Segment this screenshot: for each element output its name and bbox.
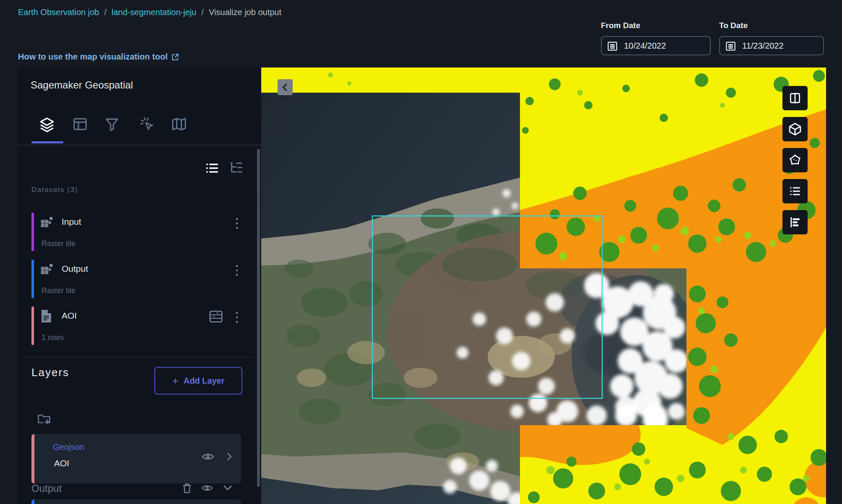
dataset-title: AOI (62, 311, 77, 321)
external-link-icon (171, 53, 179, 61)
kebab-menu-icon[interactable] (231, 216, 243, 231)
add-layer-button[interactable]: + Add Layer (154, 367, 242, 395)
chevron-right-icon[interactable] (224, 452, 234, 462)
tab-layers[interactable] (39, 116, 57, 135)
list-view-icon[interactable] (204, 161, 219, 176)
plus-icon: + (172, 374, 179, 387)
add-folder-icon[interactable] (36, 411, 52, 426)
dataset-title: Output (62, 264, 88, 274)
active-tab-underline (31, 141, 63, 143)
breadcrumb-current: Visualize job output (209, 8, 281, 17)
dataset-subtitle: Raster tile (42, 239, 75, 248)
split-view-button[interactable] (782, 86, 808, 110)
attribute-table-icon[interactable] (209, 310, 223, 323)
dataset-row-input[interactable]: Input Raster tile (18, 212, 261, 254)
layer-card-output-partial[interactable] (31, 499, 241, 504)
panel-title: Sagemaker Geospatial (31, 79, 133, 91)
raster-icon (38, 214, 55, 231)
dataset-row-aoi[interactable]: AOI 1 rows (18, 306, 261, 348)
breadcrumb-separator: / (104, 8, 107, 17)
breadcrumb-link-job-name[interactable]: land-segmentation-jeju (112, 8, 196, 17)
to-date-group: To Date 11/23/2022 (719, 21, 824, 55)
breadcrumb-separator: / (201, 8, 204, 17)
help-link-label: How to use the map visualization tool (18, 52, 168, 62)
sidebar-panel: Sagemaker Geospatial (18, 68, 261, 504)
dataset-accent-bar (31, 260, 34, 298)
calendar-icon (607, 40, 618, 52)
tab-table-panel[interactable] (72, 116, 91, 135)
datasets-heading: Datasets (3) (31, 186, 78, 194)
layer-card-geojson[interactable]: Geojson AOI (31, 434, 241, 483)
layer-name: AOI (54, 458, 69, 468)
eye-icon[interactable] (201, 482, 213, 494)
to-date-label: To Date (719, 21, 824, 30)
collapse-panel-button[interactable] (278, 79, 293, 95)
document-icon (38, 308, 55, 325)
legend-bars-button[interactable] (782, 210, 808, 234)
help-link[interactable]: How to use the map visualization tool (18, 52, 179, 62)
chevron-down-icon[interactable] (222, 482, 234, 494)
map-imagery (261, 68, 826, 504)
dataset-subtitle: Raster tile (42, 286, 75, 295)
dataset-subtitle: 1 rows (42, 333, 64, 342)
trash-icon[interactable] (181, 482, 193, 494)
eye-icon[interactable] (201, 450, 215, 463)
from-date-group: From Date 10/24/2022 (601, 21, 711, 55)
layer-accent-bar (31, 434, 34, 483)
layer-group-output[interactable]: Output (18, 482, 261, 499)
panel-scrollbar[interactable] (257, 149, 260, 487)
raster-icon (38, 261, 55, 278)
tab-bar (18, 109, 261, 145)
section-divider (25, 357, 254, 357)
layer-accent-bar (31, 499, 34, 504)
layers-heading: Layers (31, 366, 69, 379)
to-date-input[interactable]: 11/23/2022 (719, 36, 824, 55)
legend-list-button[interactable] (782, 179, 808, 203)
kebab-menu-icon[interactable] (231, 310, 243, 325)
dataset-accent-bar (31, 213, 34, 251)
breadcrumb-link-job[interactable]: Earth Observation job (18, 8, 99, 17)
from-date-value: 10/24/2022 (624, 41, 666, 51)
dataset-row-output[interactable]: Output Raster tile (18, 259, 261, 301)
dataset-title: Input (62, 217, 81, 227)
add-layer-label: Add Layer (184, 376, 225, 386)
tab-filter[interactable] (104, 116, 122, 135)
from-date-label: From Date (601, 21, 711, 30)
calendar-icon (725, 40, 736, 52)
tree-view-icon[interactable] (229, 161, 244, 176)
tab-click-select[interactable] (139, 116, 158, 135)
layer-group-label: Output (31, 483, 62, 494)
draw-polygon-button[interactable] (782, 148, 808, 172)
tab-map[interactable] (171, 116, 190, 135)
to-date-value: 11/23/2022 (742, 41, 784, 51)
breadcrumb: Earth Observation job / land-segmentatio… (18, 8, 281, 17)
from-date-input[interactable]: 10/24/2022 (601, 36, 711, 55)
dataset-accent-bar (31, 307, 34, 345)
layer-type: Geojson (53, 442, 84, 452)
cube-3d-button[interactable] (782, 117, 808, 141)
map-canvas[interactable] (261, 68, 826, 504)
kebab-menu-icon[interactable] (231, 263, 243, 278)
